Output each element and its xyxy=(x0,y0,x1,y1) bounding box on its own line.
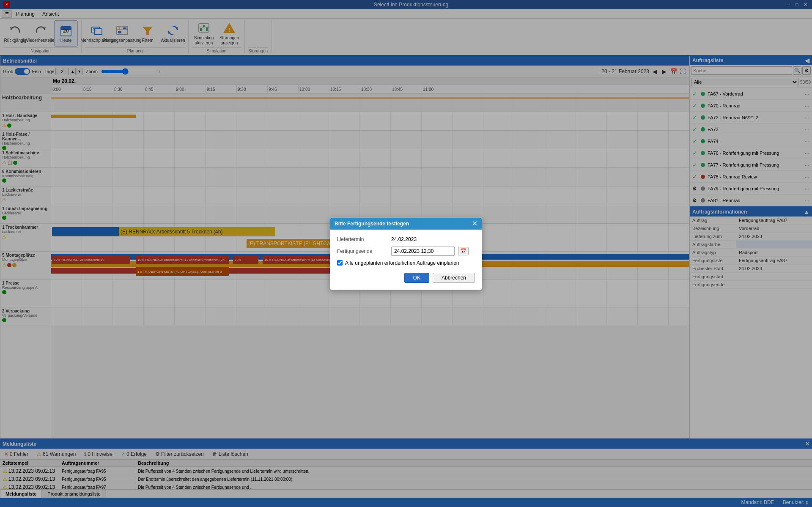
dialog-liefertermin-row: Liefertermin 24.02.2023 xyxy=(337,236,475,242)
dialog-close-button[interactable]: ✕ xyxy=(472,220,477,227)
dialog-checkbox-row: Alle ungeplanten erforderlichen Aufträge… xyxy=(337,260,475,266)
dialog-ok-button[interactable]: OK xyxy=(404,273,429,283)
dialog-fertigungsende: Bitte Fertigungsende festlegen ✕ Liefert… xyxy=(330,217,482,290)
dialog-abbrechen-button[interactable]: Abbrechen xyxy=(433,273,475,283)
dialog-fertigungsende-row: Fertigungsende 📅 xyxy=(337,247,475,256)
dialog-calendar-button[interactable]: 📅 xyxy=(458,247,469,255)
dialog-fertigungsende-input[interactable] xyxy=(391,247,455,256)
dialog-checkbox[interactable] xyxy=(337,260,343,266)
dialog-title-bar: Bitte Fertigungsende festlegen ✕ xyxy=(330,218,482,230)
dialog-liefertermin-label: Liefertermin xyxy=(337,236,388,242)
dialog-footer: OK Abbrechen xyxy=(337,271,475,283)
dialog-body: Liefertermin 24.02.2023 Fertigungsende 📅… xyxy=(330,230,482,290)
dialog-liefertermin-value: 24.02.2023 xyxy=(391,236,417,242)
dialog-fertigungsende-label: Fertigungsende xyxy=(337,248,388,254)
dialog-checkbox-label: Alle ungeplanten erforderlichen Aufträge… xyxy=(345,260,459,266)
dialog-overlay: Bitte Fertigungsende festlegen ✕ Liefert… xyxy=(0,0,812,507)
dialog-title-text: Bitte Fertigungsende festlegen xyxy=(335,221,409,227)
